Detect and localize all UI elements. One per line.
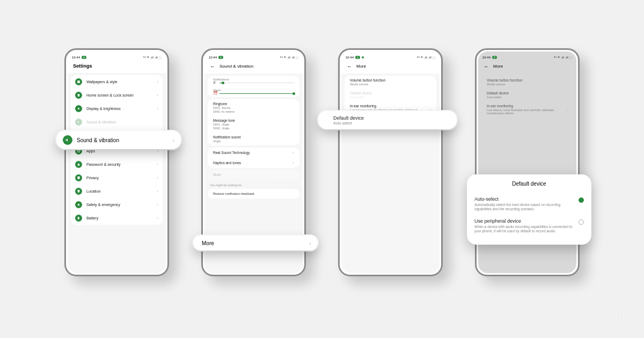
status-bar: 10:44 2 ⁴⁶ ⁴⁶ .ıll .ıll ⬚ bbox=[204, 52, 303, 60]
page-header: ← More bbox=[478, 60, 576, 74]
status-time: 10:44 bbox=[209, 56, 217, 59]
phone-2-sound: 10:44 2 ⁴⁶ ⁴⁶ .ıll .ıll ⬚ ← Sound & vibr… bbox=[201, 48, 306, 276]
more-card-dimmed: Volume button function Media volume Defa… bbox=[481, 76, 573, 117]
svg-rect-9 bbox=[78, 217, 79, 217]
watermark: realme Community bbox=[512, 311, 633, 327]
phone-4-sheet: 10:44 2 ⁴⁶ ⁴⁶ .ıll .ıll ⬚ ← More Volume … bbox=[475, 48, 580, 276]
chevron-right-icon: › bbox=[292, 150, 294, 155]
settings-row-password[interactable]: Password & security › bbox=[71, 158, 163, 171]
status-badge: 2 bbox=[492, 56, 497, 59]
status-badge: 2 bbox=[355, 56, 360, 59]
hint-text: You might be looking for: bbox=[204, 181, 303, 189]
status-bar: 10:44 2 ⁴⁶ ⁴⁶ .ıll .ıll ⬚ bbox=[341, 52, 440, 60]
sun-icon bbox=[75, 105, 82, 112]
settings-row-battery[interactable]: Battery › bbox=[71, 211, 163, 225]
radio-selected-icon[interactable] bbox=[579, 197, 584, 203]
sounds-card: Ringtone SIM1: Seurre SIM2: its realme M… bbox=[208, 99, 299, 145]
page-title: More bbox=[493, 64, 503, 69]
status-indicators: ⁴⁶ ⁴⁶ .ıll .ıll ⬚ bbox=[143, 56, 162, 59]
page-header: ← More bbox=[341, 60, 440, 74]
svg-rect-3 bbox=[77, 150, 78, 151]
chevron-right-icon: › bbox=[292, 160, 294, 165]
recording-dot-icon bbox=[362, 56, 364, 58]
back-button[interactable]: ← bbox=[210, 63, 215, 69]
pin-icon bbox=[75, 188, 82, 195]
settings-group-2: Apps › Password & security › Privacy › L… bbox=[71, 144, 163, 225]
home-icon bbox=[75, 92, 82, 99]
callout-sound-vibration[interactable]: Sound & vibration › bbox=[56, 131, 181, 149]
settings-row-location[interactable]: Location › bbox=[71, 185, 163, 198]
row-volume-function: Volume button function Media volume bbox=[481, 76, 573, 89]
row-default-device: Default device Auto-select bbox=[481, 89, 573, 101]
status-indicators: ⁴⁶ ⁴⁶ .ıll .ıll ⬚ bbox=[417, 56, 435, 59]
back-button[interactable]: ← bbox=[347, 63, 352, 69]
chevron-right-icon: › bbox=[157, 202, 158, 207]
status-badge: 2 bbox=[82, 56, 86, 59]
chevron-right-icon: › bbox=[172, 137, 174, 143]
callout-more[interactable]: More › bbox=[193, 236, 318, 251]
row-ringtone[interactable]: Ringtone SIM1: Seurre SIM2: its realme bbox=[208, 99, 299, 116]
row-default-device-placeholder: Default device Auto-select bbox=[345, 89, 436, 101]
option-auto-select[interactable]: Auto-select Automatically select the bes… bbox=[474, 193, 584, 215]
sheet-title: Default device bbox=[474, 181, 584, 187]
radio-unselected-icon[interactable] bbox=[579, 219, 584, 225]
svg-rect-0 bbox=[77, 80, 80, 83]
svg-rect-4 bbox=[79, 150, 80, 151]
sound-icon bbox=[63, 135, 72, 145]
status-time: 10:44 bbox=[72, 56, 80, 59]
chevron-right-icon: › bbox=[157, 79, 158, 84]
bottom-sheet-default-device: Default device Auto-select Automatically… bbox=[467, 174, 591, 245]
sliders-card: Notifications ⧖ Alarm ⏰ bbox=[208, 76, 299, 97]
chevron-right-icon: › bbox=[157, 175, 158, 180]
row-real-sound[interactable]: Real Sound Technology › bbox=[208, 148, 299, 158]
svg-rect-8 bbox=[78, 217, 79, 219]
lock-icon bbox=[75, 161, 82, 168]
page-title: More bbox=[356, 64, 366, 69]
row-more-placeholder: More bbox=[208, 170, 299, 179]
status-indicators: ⁴⁶ ⁴⁶ .ıll .ıll ⬚ bbox=[280, 56, 298, 59]
chevron-right-icon: › bbox=[157, 149, 158, 153]
alarm-icon: ⏰ bbox=[213, 91, 218, 95]
settings-row-display[interactable]: Display & brightness › bbox=[71, 102, 163, 115]
option-peripheral[interactable]: Use peripheral device When a device with… bbox=[474, 215, 584, 237]
chevron-right-icon: › bbox=[157, 189, 158, 194]
star-icon bbox=[75, 201, 82, 208]
status-time: 10:44 bbox=[346, 56, 354, 59]
svg-rect-6 bbox=[79, 151, 80, 152]
status-bar: 10:44 2 ⁴⁶ ⁴⁶ .ıll .ıll ⬚ bbox=[478, 52, 576, 60]
chevron-right-icon: › bbox=[157, 93, 158, 98]
status-badge: 2 bbox=[218, 56, 223, 59]
status-bar: 10:44 2 ⁴⁶ ⁴⁶ .ıll .ıll ⬚ bbox=[68, 52, 166, 60]
page-title: Sound & vibration bbox=[219, 64, 253, 69]
slider-notifications[interactable]: Notifications ⧖ bbox=[208, 76, 299, 86]
settings-row-home-lock[interactable]: Home screen & Lock screen › bbox=[71, 89, 163, 102]
status-time: 10:44 bbox=[482, 56, 491, 59]
svg-rect-7 bbox=[78, 164, 80, 166]
tech-card: Real Sound Technology › Haptics and tone… bbox=[208, 148, 299, 168]
page-title: Settings bbox=[68, 60, 166, 73]
settings-row-privacy[interactable]: Privacy › bbox=[71, 171, 163, 185]
screenshot-stage: 10:44 2 ⁴⁶ ⁴⁶ .ıll .ıll ⬚ Settings Wallp… bbox=[0, 0, 644, 276]
row-haptics[interactable]: Haptics and tones › bbox=[208, 158, 299, 168]
settings-row-safety[interactable]: Safety & emergency › bbox=[71, 198, 163, 211]
row-message-tone[interactable]: Message tone SIM1: Jingle SIM2: Jingle bbox=[208, 116, 299, 133]
row-volume-function[interactable]: Volume button function Media volume bbox=[345, 76, 436, 89]
row-notification-sound[interactable]: Notification sound Jingle bbox=[208, 133, 299, 145]
bell-off-icon: ⧖ bbox=[213, 80, 216, 85]
battery-icon bbox=[75, 215, 82, 222]
chevron-right-icon: › bbox=[157, 216, 158, 221]
wallpaper-icon bbox=[75, 78, 82, 85]
chevron-right-icon: › bbox=[157, 106, 158, 111]
svg-rect-5 bbox=[77, 151, 78, 152]
slider-alarm[interactable]: Alarm ⏰ bbox=[208, 86, 299, 97]
row-inear-monitoring: In-ear monitoring Low latency voice feed… bbox=[481, 101, 573, 117]
chevron-right-icon: › bbox=[309, 240, 311, 246]
callout-default-device[interactable]: Default device Auto-select bbox=[318, 111, 457, 129]
page-header: ← Sound & vibration bbox=[204, 60, 303, 74]
shield-icon bbox=[75, 174, 82, 181]
settings-row-wallpapers[interactable]: Wallpapers & style › bbox=[71, 75, 163, 89]
phone-1-settings: 10:44 2 ⁴⁶ ⁴⁶ .ıll .ıll ⬚ Settings Wallp… bbox=[64, 48, 169, 276]
back-button[interactable]: ← bbox=[484, 63, 489, 69]
svg-rect-1 bbox=[78, 94, 80, 97]
footer-reduce-feedback[interactable]: Reduce notification feedback bbox=[208, 189, 299, 199]
